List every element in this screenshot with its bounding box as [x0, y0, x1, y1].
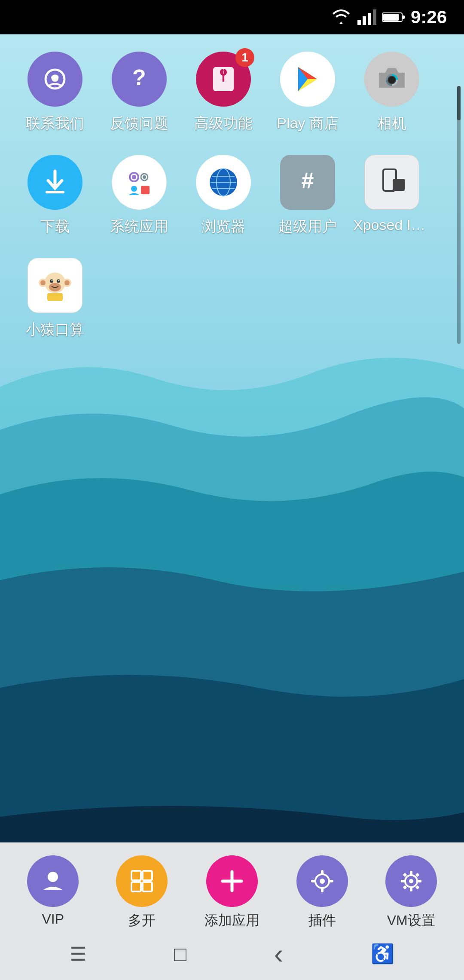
svg-point-44	[58, 280, 60, 282]
app-superuser-icon-wrapper: #	[280, 155, 335, 210]
dock-vmsettings-icon	[385, 855, 437, 907]
svg-rect-20	[46, 191, 64, 193]
app-camera-icon-wrapper	[364, 52, 419, 107]
nav-menu-icon[interactable]: ☰	[70, 943, 86, 965]
app-xposed-icon-wrapper	[364, 155, 419, 210]
svg-rect-34	[393, 179, 405, 191]
svg-text:#: #	[302, 168, 314, 193]
svg-rect-7	[402, 15, 405, 19]
app-monkey-label: 小猿口算	[26, 320, 84, 340]
main-area: 联系我们 ? 反馈问题 i i	[0, 34, 464, 842]
app-gaoji-label: 高级功能	[194, 113, 253, 133]
svg-rect-64	[417, 880, 421, 882]
app-monkey[interactable]: 小猿口算	[13, 258, 97, 340]
app-gaoji[interactable]: i i 1 高级功能	[181, 52, 266, 133]
dock-vip-label: VIP	[42, 911, 64, 927]
scrollbar-thumb[interactable]	[457, 86, 461, 120]
svg-rect-49	[131, 882, 141, 891]
dock-plugin-icon	[296, 855, 348, 907]
svg-rect-62	[410, 887, 412, 891]
status-bar: 9:26	[0, 0, 464, 34]
svg-point-22	[132, 175, 136, 179]
dock-multiopen-icon	[116, 855, 168, 907]
svg-point-39	[64, 280, 70, 285]
app-monkey-icon	[27, 258, 82, 313]
app-browser-label: 浏览器	[201, 217, 245, 236]
svg-rect-45	[47, 293, 63, 301]
wifi-icon	[331, 9, 351, 25]
dock-plugin-label: 插件	[308, 911, 336, 930]
dock-addapp[interactable]: 添加应用	[205, 855, 259, 930]
svg-rect-1	[357, 20, 361, 25]
svg-rect-26	[141, 186, 150, 194]
app-sysapp-icon-wrapper	[112, 155, 167, 210]
app-xposed-label: Xposed In...	[353, 217, 430, 233]
svg-rect-6	[383, 14, 399, 21]
app-fankui-icon-wrapper: ?	[112, 52, 167, 107]
app-camera-icon	[364, 52, 419, 107]
dock-addapp-label: 添加应用	[205, 911, 259, 930]
app-row-2: 下载	[13, 155, 451, 236]
svg-point-46	[48, 872, 58, 882]
nav-bar: ☰ □ ‹ ♿	[0, 934, 464, 973]
app-browser-icon	[196, 155, 251, 210]
app-gaoji-icon-wrapper: i i 1	[196, 52, 251, 107]
svg-point-19	[388, 77, 395, 83]
nav-access-icon[interactable]: ♿	[371, 943, 394, 965]
battery-icon	[382, 11, 405, 23]
app-monkey-icon-wrapper	[27, 258, 82, 313]
app-row-1: 联系我们 ? 反馈问题 i i	[13, 52, 451, 133]
app-lianxi-icon-wrapper	[27, 52, 82, 107]
app-browser[interactable]: 浏览器	[181, 155, 266, 236]
svg-rect-50	[143, 882, 152, 891]
app-fankui[interactable]: ? 反馈问题	[97, 52, 181, 133]
app-xposed[interactable]: Xposed In...	[350, 155, 434, 236]
app-playstore-icon-wrapper	[280, 52, 335, 107]
dock-vip[interactable]: VIP	[27, 855, 79, 927]
app-download[interactable]: 下载	[13, 155, 97, 236]
svg-text:?: ?	[132, 65, 146, 90]
dock-plugin[interactable]: 插件	[296, 855, 348, 930]
app-superuser[interactable]: # 超级用户	[266, 155, 350, 236]
svg-rect-56	[321, 887, 324, 892]
app-playstore-icon	[280, 52, 335, 107]
app-superuser-icon: #	[280, 155, 335, 210]
dock-multiopen[interactable]: 多开	[116, 855, 168, 930]
app-sysapp-icon	[112, 155, 167, 210]
app-lianxi[interactable]: 联系我们	[13, 52, 97, 133]
scrollbar[interactable]	[457, 86, 461, 344]
app-sysapp-label: 系统应用	[110, 217, 168, 236]
dock-addapp-icon	[206, 855, 258, 907]
svg-text:i: i	[223, 68, 224, 75]
nav-back-icon[interactable]: ‹	[274, 938, 283, 970]
svg-rect-55	[321, 870, 324, 875]
app-lianxi-label: 联系我们	[26, 113, 84, 133]
svg-rect-63	[401, 880, 405, 882]
dock-apps: VIP 多开 添加应用	[0, 842, 464, 934]
svg-rect-47	[131, 871, 141, 880]
app-playstore[interactable]: Play 商店	[266, 52, 350, 133]
svg-point-24	[143, 175, 146, 179]
app-download-icon-wrapper	[27, 155, 82, 210]
dock-vmsettings[interactable]: VM设置	[385, 855, 437, 930]
svg-rect-58	[328, 880, 333, 882]
status-time: 9:26	[411, 7, 447, 28]
dock-multiopen-label: 多开	[128, 911, 156, 930]
app-xposed-icon	[364, 155, 419, 210]
svg-rect-57	[311, 880, 316, 882]
svg-rect-61	[410, 871, 412, 875]
app-camera[interactable]: 相机	[350, 52, 434, 133]
nav-home-icon[interactable]: □	[174, 942, 186, 966]
app-download-icon	[27, 155, 82, 210]
app-gaoji-badge: 1	[235, 48, 254, 67]
svg-point-25	[131, 186, 137, 192]
svg-point-60	[409, 879, 413, 883]
app-download-label: 下载	[40, 217, 70, 236]
dock-vip-icon	[27, 855, 79, 907]
svg-rect-2	[363, 16, 366, 25]
svg-point-38	[40, 280, 46, 285]
app-sysapp[interactable]: 系统应用	[97, 155, 181, 236]
app-fankui-label: 反馈问题	[110, 113, 168, 133]
svg-rect-3	[368, 13, 371, 25]
bottom-dock: VIP 多开 添加应用	[0, 842, 464, 980]
